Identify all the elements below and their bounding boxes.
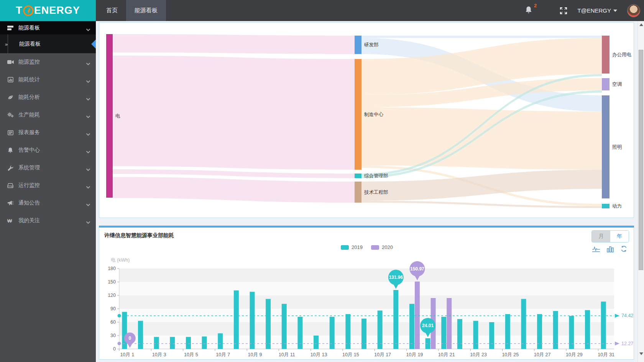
bar-2019-10月 9[interactable] [250, 292, 255, 349]
sankey-chart[interactable]: 电研发部制造中心综合管理部技术工程部办公用电空调照明动力 [99, 23, 634, 218]
app-logo: TENERGY [0, 0, 96, 21]
x-tick-label: 10月 19 [406, 352, 423, 357]
sankey-node-label: 技术工程部 [364, 190, 388, 195]
sankey-flow[interactable] [361, 107, 602, 170]
x-tick-label: 10月 21 [438, 352, 455, 357]
chevron-down-icon [86, 78, 90, 81]
sankey-node-label: 照明 [612, 144, 622, 150]
sidebar-item-9[interactable]: 通知公告 [0, 194, 96, 212]
avatar[interactable] [627, 4, 640, 17]
sidebar-item-3[interactable]: 能耗分析 [0, 88, 96, 106]
sidebar-item-6[interactable]: 告警中心 [0, 141, 96, 159]
bar-2019-10月 21[interactable] [441, 317, 446, 349]
bar-2020-10月 19[interactable] [415, 282, 420, 349]
sankey-node-空调[interactable] [602, 78, 610, 90]
nav-tabs: 首页 能源看板 [98, 0, 166, 21]
bar-2019-10月 10[interactable] [266, 299, 271, 349]
y-tick-label: 0 [113, 346, 116, 352]
sidebar-item-8[interactable]: 运行监控 [0, 177, 96, 194]
year-button[interactable]: 年 [610, 231, 629, 242]
chevron-down-icon [86, 149, 90, 152]
bar-2019-10月 22[interactable] [457, 319, 462, 349]
x-tick-label: 10月 29 [566, 352, 583, 357]
bar-2019-10月 12[interactable] [297, 317, 302, 349]
scrollbar-thumb[interactable] [639, 50, 643, 270]
logo-text-left: T [16, 5, 23, 16]
bar-chart[interactable]: 电 (kWh)030609012015018010月 110月 310月 510… [99, 254, 634, 357]
sankey-node-制造中心[interactable] [355, 59, 361, 170]
bar-2019-10月 14[interactable] [330, 317, 335, 349]
bar-2019-10月 7[interactable] [218, 333, 223, 349]
bar-2019-10月 19[interactable] [409, 304, 414, 349]
page-scrollbar[interactable] [637, 21, 644, 362]
refresh-icon[interactable] [620, 245, 628, 252]
sidebar-item-7[interactable]: 系统管理 [0, 159, 96, 177]
sidebar-item-5[interactable]: 报表服务 [0, 124, 96, 141]
sankey-node-技术工程部[interactable] [355, 182, 361, 203]
y-tick-label: 60 [110, 319, 116, 325]
bar-2019-10月 2[interactable] [138, 321, 143, 349]
x-tick-label: 10月 1 [120, 352, 134, 357]
caret-down-icon [613, 10, 617, 12]
sankey-node-照明[interactable] [602, 95, 610, 198]
bar-2019-10月 4[interactable] [170, 337, 175, 349]
bar-2019-10月 23[interactable] [473, 321, 478, 349]
sidebar-item-1[interactable]: 能源监控 [0, 53, 96, 71]
bar-chart-icon[interactable] [606, 246, 614, 252]
x-tick-label: 10月 7 [216, 352, 230, 357]
month-button[interactable]: 月 [592, 231, 610, 242]
sidebar-item-4[interactable]: 生产能耗 [0, 106, 96, 124]
sankey-flow[interactable] [113, 34, 355, 54]
sankey-node-动力[interactable] [602, 204, 610, 208]
legend-item-2019[interactable]: 2019 [341, 244, 363, 250]
sidebar-item-0[interactable]: 能源看板 [0, 21, 96, 34]
bar-2019-10月 31[interactable] [601, 301, 606, 349]
bar-2019-10月 29[interactable] [569, 316, 574, 349]
x-tick-label: 10月 31 [598, 352, 614, 357]
chevron-down-icon [86, 219, 90, 222]
legend-swatch [341, 245, 349, 250]
bar-2019-10月 24[interactable] [489, 322, 494, 349]
sankey-flow[interactable] [113, 56, 355, 170]
chevron-down-icon [86, 131, 90, 134]
bar-2020-10月 21[interactable] [447, 298, 452, 349]
sidebar-item-label: 能源监控 [18, 59, 86, 66]
bar-2019-10月 3[interactable] [154, 337, 159, 349]
sankey-node-办公用电[interactable] [602, 36, 610, 74]
scroll-down-icon[interactable] [639, 352, 643, 355]
bar-2019-10月 16[interactable] [361, 319, 366, 349]
sidebar-item-10[interactable]: ₩我的关注 [0, 212, 96, 229]
bar-2019-10月 8[interactable] [234, 290, 239, 349]
chevron-down-icon [86, 61, 90, 64]
sidebar-item-2[interactable]: 能耗统计 [0, 71, 96, 88]
sankey-flow[interactable] [113, 177, 355, 203]
notification-button[interactable]: 2 [525, 6, 532, 15]
bar-2019-10月 18[interactable] [393, 290, 398, 349]
y-axis-title: 电 (kWh) [111, 257, 130, 263]
tab-home[interactable]: 首页 [98, 0, 126, 21]
legend-item-2020[interactable]: 2020 [371, 244, 393, 250]
x-tick-label: 10月 3 [152, 352, 166, 357]
grid-band [119, 269, 614, 282]
bar-2019-10月 13[interactable] [314, 336, 319, 349]
scroll-up-icon[interactable] [639, 23, 643, 26]
bar-2019-10月 5[interactable] [186, 337, 191, 349]
megaphone-icon [6, 200, 15, 206]
chevron-down-icon [86, 113, 90, 116]
sankey-node-研发部[interactable] [355, 36, 361, 54]
bar-2019-10月 6[interactable] [202, 336, 207, 349]
bell-icon [6, 147, 15, 153]
bar-2019-10月 11[interactable] [282, 304, 287, 349]
line-chart-icon[interactable] [592, 246, 600, 252]
sankey-flow[interactable] [361, 36, 602, 38]
user-menu[interactable]: T@ENERGY [577, 7, 617, 14]
sankey-flow[interactable] [113, 169, 355, 178]
bar-2019-10月 26[interactable] [521, 299, 526, 349]
sankey-node-label: 动力 [612, 203, 622, 209]
sankey-node-综合管理部[interactable] [355, 174, 361, 178]
tab-energy-dashboard[interactable]: 能源看板 [126, 0, 166, 21]
fullscreen-icon[interactable] [560, 7, 567, 15]
sankey-node-电[interactable] [106, 34, 113, 198]
sidebar-subitem-能源看板[interactable]: »能源看板 [0, 34, 96, 53]
gears-icon [6, 112, 15, 118]
